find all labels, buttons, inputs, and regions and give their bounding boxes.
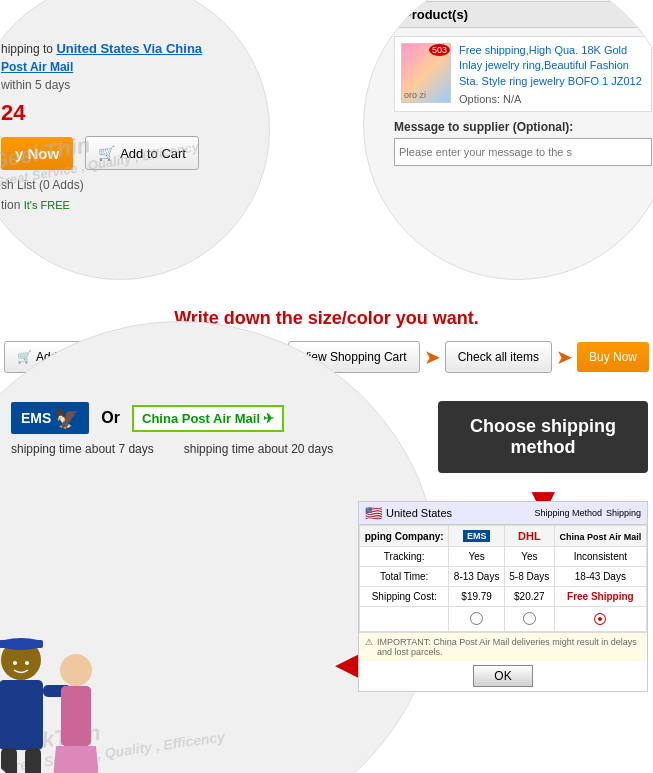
or-text: Or bbox=[101, 409, 120, 427]
china-post-radio-cell[interactable]: ⦿ bbox=[554, 607, 646, 632]
price: 24 bbox=[1, 100, 259, 126]
china-post-selected-icon: ⦿ bbox=[593, 611, 607, 627]
add-to-cart-button[interactable]: 🛒 Add to Cart bbox=[85, 136, 199, 170]
important-note-text: IMPORTANT: China Post Air Mail deliverie… bbox=[377, 637, 641, 657]
col-company: pping Company: bbox=[360, 526, 449, 547]
ems-tracking: Yes bbox=[449, 547, 505, 567]
dhl-radio[interactable] bbox=[523, 612, 536, 625]
china-post-icon: ✈ bbox=[263, 411, 274, 426]
product-badge: 503 bbox=[429, 44, 450, 56]
message-label: Message to supplier (Optional): bbox=[394, 120, 652, 134]
shipping-table-area: 🇺🇸 United States Shipping Method Shippin… bbox=[358, 501, 648, 692]
delivery-days: within 5 days bbox=[1, 78, 259, 92]
free-badge: It's FREE bbox=[24, 199, 70, 211]
svg-point-13 bbox=[60, 654, 92, 686]
product-options: Options: N/A bbox=[459, 93, 645, 105]
china-post-time-item: shipping time about 20 days bbox=[184, 442, 333, 456]
post-air-mail-link[interactable]: Post Air Mail bbox=[1, 60, 73, 74]
product-header: Product(s) bbox=[394, 1, 652, 28]
cart-icon: 🛒 bbox=[98, 145, 115, 161]
col-ems: EMS bbox=[449, 526, 505, 547]
shipping-link[interactable]: United States Via China bbox=[56, 41, 202, 56]
svg-point-11 bbox=[13, 661, 17, 665]
svg-rect-15 bbox=[61, 686, 91, 746]
dhl-tracking: Yes bbox=[504, 547, 554, 567]
post-air-mail: Post Air Mail bbox=[1, 60, 259, 74]
cost-row: Shipping Cost: $19.79 $20.27 Free Shippi… bbox=[360, 587, 647, 607]
svg-rect-3 bbox=[0, 680, 43, 750]
col-dhl: DHL bbox=[504, 526, 554, 547]
ems-bird-icon: 🦅 bbox=[54, 406, 79, 430]
time-label: Total Time: bbox=[360, 567, 449, 587]
svg-point-12 bbox=[25, 661, 29, 665]
radio-row: ⦿ bbox=[360, 607, 647, 632]
product-details: Free shipping,High Qua. 18K Gold Inlay j… bbox=[459, 43, 645, 105]
ems-text: EMS bbox=[21, 410, 51, 426]
choose-shipping-label: Choose shipping method bbox=[470, 416, 616, 457]
ems-time-item: shipping time about 7 days bbox=[11, 442, 154, 456]
arrow-icon-4: ➤ bbox=[556, 345, 573, 369]
tracking-row: Tracking: Yes Yes Inconsistent bbox=[360, 547, 647, 567]
ems-cell-logo: EMS bbox=[463, 530, 491, 542]
delivery-person bbox=[0, 630, 101, 773]
choose-shipping-box: Choose shipping method bbox=[438, 401, 648, 473]
radio-label bbox=[360, 607, 449, 632]
cart-step-icon: 🛒 bbox=[17, 350, 32, 364]
left-circle: hipping to United States Via China Post … bbox=[0, 0, 270, 280]
shipping-region-label: Shipping Method bbox=[534, 508, 602, 518]
product-description: Free shipping,High Qua. 18K Gold Inlay j… bbox=[459, 43, 645, 89]
ems-radio-cell[interactable] bbox=[449, 607, 505, 632]
buy-now-step-label: Buy Now bbox=[589, 350, 637, 364]
shipping-table: pping Company: EMS DHL China Post Air Ma… bbox=[359, 525, 647, 632]
shipping-options-row: EMS 🦅 Or China Post Air Mail ✈ bbox=[11, 402, 419, 434]
arrow-icon-3: ➤ bbox=[424, 345, 441, 369]
protection-label: tion bbox=[1, 198, 20, 212]
china-post-time-text: shipping time about 20 days bbox=[184, 442, 333, 456]
ems-time: 8-13 Days bbox=[449, 567, 505, 587]
shipping-time-row: shipping time about 7 days shipping time… bbox=[11, 442, 419, 456]
warning-icon: ⚠ bbox=[365, 637, 373, 657]
shipping-label: hipping to bbox=[1, 42, 53, 56]
table-header-row: pping Company: EMS DHL China Post Air Ma… bbox=[360, 526, 647, 547]
us-flag-icon: 🇺🇸 bbox=[365, 505, 382, 521]
dhl-cost: $20.27 bbox=[504, 587, 554, 607]
svg-marker-16 bbox=[51, 746, 101, 773]
brand-label: oro zi bbox=[404, 90, 426, 100]
china-post-tracking: Inconsistent bbox=[554, 547, 646, 567]
product-row: 503 oro zi Free shipping,High Qua. 18K G… bbox=[394, 36, 652, 112]
buy-now-button[interactable]: y Now bbox=[1, 137, 73, 170]
top-section: hipping to United States Via China Post … bbox=[0, 0, 653, 300]
china-post-box: China Post Air Mail ✈ bbox=[132, 405, 284, 432]
buy-now-step-button[interactable]: Buy Now bbox=[577, 342, 649, 372]
cost-label: Shipping Cost: bbox=[360, 587, 449, 607]
add-to-cart-label: Add to Cart bbox=[120, 146, 186, 161]
shipping-table-header: 🇺🇸 United States Shipping Method Shippin… bbox=[359, 502, 647, 525]
product-image: 503 oro zi bbox=[401, 43, 451, 103]
shipping-region-sub: Shipping bbox=[606, 508, 641, 518]
protection: tion It's FREE bbox=[1, 198, 259, 212]
options-value: N/A bbox=[503, 93, 521, 105]
dhl-radio-cell[interactable] bbox=[504, 607, 554, 632]
bottom-section: EMS 🦅 Or China Post Air Mail ✈ shipping … bbox=[0, 381, 653, 773]
message-input[interactable] bbox=[394, 138, 652, 166]
right-circle: Product(s) 503 oro zi Free shipping,High… bbox=[363, 0, 653, 280]
china-post-cost: Free Shipping bbox=[554, 587, 646, 607]
dhl-logo: DHL bbox=[518, 530, 541, 542]
dhl-time: 5-8 Days bbox=[504, 567, 554, 587]
write-down-section: Write down the size/color you want. bbox=[0, 300, 653, 333]
china-post-label: China Post Air Mail bbox=[142, 411, 260, 426]
country-label: United States bbox=[386, 507, 452, 519]
delivery-person-svg bbox=[0, 630, 101, 773]
time-row: Total Time: 8-13 Days 5-8 Days 18-43 Day… bbox=[360, 567, 647, 587]
ems-time-text: shipping time about 7 days bbox=[11, 442, 154, 456]
ems-cost: $19.79 bbox=[449, 587, 505, 607]
check-items-button[interactable]: Check all items bbox=[445, 341, 552, 373]
svg-rect-7 bbox=[25, 748, 41, 773]
check-items-label: Check all items bbox=[458, 350, 539, 364]
ok-button[interactable]: OK bbox=[473, 665, 532, 687]
ems-radio[interactable] bbox=[470, 612, 483, 625]
important-note: ⚠ IMPORTANT: China Post Air Mail deliver… bbox=[359, 632, 647, 661]
arrow-left-icon: ◀ bbox=[335, 646, 358, 681]
col-china-post: China Post Air Mail bbox=[554, 526, 646, 547]
left-circle-content: hipping to United States Via China Post … bbox=[1, 41, 259, 212]
